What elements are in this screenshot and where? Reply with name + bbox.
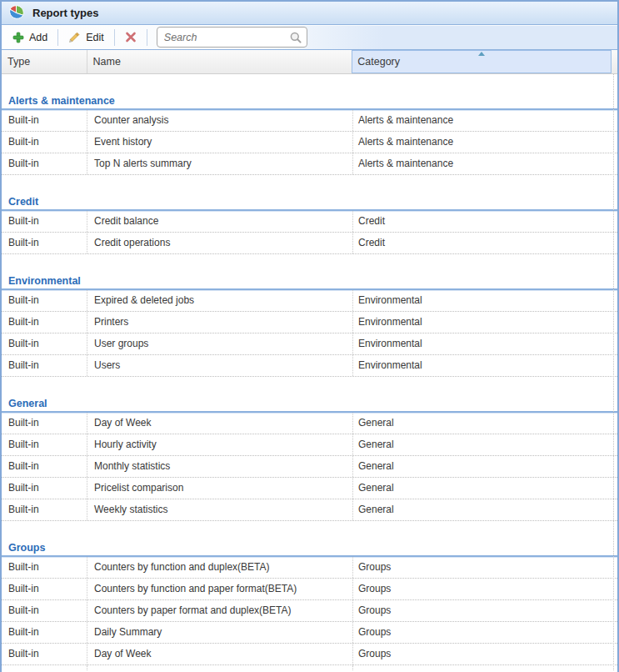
cell-type: Built-in bbox=[2, 233, 87, 253]
table-row[interactable]: Built-inDay of WeekGroups bbox=[2, 644, 617, 665]
cell-category: Environmental bbox=[353, 333, 617, 354]
table-row[interactable]: Built-inEvent historyAlerts & maintenanc… bbox=[2, 132, 617, 153]
cell-name: Day of Week bbox=[87, 644, 353, 664]
cell-name: Top N alerts summary bbox=[87, 153, 353, 174]
cell-category: Groups bbox=[353, 622, 617, 643]
table-group: EnvironmentalBuilt-inExpired & deleted j… bbox=[2, 254, 617, 377]
table-row[interactable]: Built-inDay of WeekGeneral bbox=[2, 413, 617, 434]
table-row[interactable]: Built-inHourly activityGeneral bbox=[2, 434, 617, 456]
group-header: Groups bbox=[2, 521, 617, 557]
cell-name: Counters by function and paper format(BE… bbox=[87, 579, 353, 599]
table-header: Type Name Category bbox=[2, 50, 617, 74]
table-row[interactable]: Built-inPrintersEnvironmental bbox=[2, 312, 617, 333]
group-label: Alerts & maintenance bbox=[8, 95, 115, 107]
cell-name: Event history bbox=[87, 132, 353, 153]
pencil-icon bbox=[68, 31, 81, 43]
page-title: Report types bbox=[32, 7, 98, 19]
cell-category: Alerts & maintenance bbox=[353, 110, 617, 131]
cell-type: Built-in bbox=[2, 312, 87, 333]
column-header-category[interactable]: Category bbox=[352, 50, 612, 73]
cell-name: Expired & deleted jobs bbox=[87, 290, 353, 311]
delete-button[interactable] bbox=[118, 28, 143, 46]
toolbar-separator bbox=[57, 29, 58, 46]
cell-category bbox=[353, 665, 617, 670]
table-row[interactable]: Built-inCounters by paper format and dup… bbox=[2, 600, 617, 622]
cell-category: Environmental bbox=[353, 290, 617, 311]
group-header: Alerts & maintenance bbox=[2, 74, 617, 110]
table-row[interactable]: Built-inDaily SummaryGroups bbox=[2, 622, 617, 644]
cell-category: Credit bbox=[353, 233, 617, 253]
table-row[interactable]: Built-inPricelist comparisonGeneral bbox=[2, 478, 617, 499]
cell-name: Hourly activity bbox=[87, 434, 353, 455]
table-row[interactable]: Built-inTop N alerts summaryAlerts & mai… bbox=[2, 153, 617, 175]
cell-category: Groups bbox=[353, 557, 617, 578]
edit-button[interactable]: Edit bbox=[62, 28, 111, 47]
column-header-type[interactable]: Type bbox=[2, 50, 87, 73]
cell-name: Counter analysis bbox=[87, 110, 353, 131]
table-row[interactable]: Built-inUser groupsEnvironmental bbox=[2, 333, 617, 355]
search-input[interactable] bbox=[157, 32, 289, 43]
table-row[interactable]: Built-inExpired & deleted jobsEnvironmen… bbox=[2, 290, 617, 312]
group-label: Environmental bbox=[8, 275, 81, 287]
cell-type: Built-in bbox=[2, 153, 87, 174]
group-label: Credit bbox=[8, 196, 38, 208]
cell-type: Built-in bbox=[2, 499, 87, 520]
group-label: General bbox=[8, 398, 47, 409]
column-header-name-label: Name bbox=[93, 56, 121, 68]
group-header: Credit bbox=[2, 175, 617, 211]
toolbar: Add Edit bbox=[2, 25, 617, 50]
cell-category: Alerts & maintenance bbox=[353, 132, 617, 153]
table-row[interactable]: Built-inCounters by function and duplex(… bbox=[2, 557, 617, 579]
magnifier-icon bbox=[289, 31, 302, 44]
table-row[interactable]: Built-inCounter analysisAlerts & mainten… bbox=[2, 110, 617, 132]
group-label: Groups bbox=[8, 542, 45, 554]
window-titlebar: Report types bbox=[2, 2, 617, 25]
cell-type: Built-in bbox=[2, 644, 87, 664]
cell-type: Built-in bbox=[2, 434, 87, 455]
table-row[interactable]: Built-inCredit balanceCredit bbox=[2, 211, 617, 233]
group-header: General bbox=[2, 377, 617, 413]
cell-name bbox=[87, 665, 353, 670]
table-row[interactable]: Built-inUsersEnvironmental bbox=[2, 355, 617, 377]
cell-type: Built-in bbox=[2, 557, 87, 578]
toolbar-separator bbox=[114, 29, 115, 46]
pie-chart-icon bbox=[7, 4, 25, 22]
cell-category: General bbox=[353, 434, 617, 455]
cell-category: Environmental bbox=[353, 312, 617, 333]
cell-category: Credit bbox=[353, 211, 617, 232]
add-button-label: Add bbox=[29, 32, 47, 43]
cell-type bbox=[2, 665, 87, 670]
plus-icon bbox=[12, 32, 24, 43]
cell-type: Built-in bbox=[2, 600, 87, 621]
column-header-type-label: Type bbox=[7, 56, 30, 68]
cell-category: Environmental bbox=[353, 355, 617, 376]
table-row[interactable]: Built-inMonthly statisticsGeneral bbox=[2, 456, 617, 478]
cell-name: Daily Summary bbox=[87, 622, 353, 643]
toolbar-separator bbox=[147, 29, 147, 46]
cell-name: Users bbox=[87, 355, 353, 376]
cell-name: Credit balance bbox=[87, 211, 353, 232]
x-icon bbox=[125, 32, 137, 43]
cell-category: General bbox=[353, 499, 617, 520]
cell-type: Built-in bbox=[2, 333, 87, 354]
group-header: Environmental bbox=[2, 254, 617, 290]
cell-category: Groups bbox=[353, 579, 617, 599]
table-row bbox=[2, 665, 617, 670]
column-header-name[interactable]: Name bbox=[87, 50, 352, 73]
cell-category: General bbox=[353, 413, 617, 434]
table-row[interactable]: Built-inCounters by function and paper f… bbox=[2, 579, 617, 600]
cell-type: Built-in bbox=[2, 132, 87, 153]
table-group: CreditBuilt-inCredit balanceCreditBuilt-… bbox=[2, 175, 617, 254]
report-types-window: Report types Add Edit bbox=[0, 0, 619, 672]
table-group: GeneralBuilt-inDay of WeekGeneralBuilt-i… bbox=[2, 377, 617, 521]
add-button[interactable]: Add bbox=[6, 28, 54, 47]
cell-name: User groups bbox=[87, 333, 353, 354]
edit-button-label: Edit bbox=[86, 32, 104, 43]
cell-name: Weekly statistics bbox=[87, 499, 353, 520]
table-row[interactable]: Built-inWeekly statisticsGeneral bbox=[2, 499, 617, 521]
column-header-filler bbox=[612, 50, 617, 73]
table-row[interactable]: Built-inCredit operationsCredit bbox=[2, 233, 617, 254]
sort-ascending-icon bbox=[478, 52, 485, 56]
cell-type: Built-in bbox=[2, 355, 87, 376]
cell-type: Built-in bbox=[2, 413, 87, 434]
